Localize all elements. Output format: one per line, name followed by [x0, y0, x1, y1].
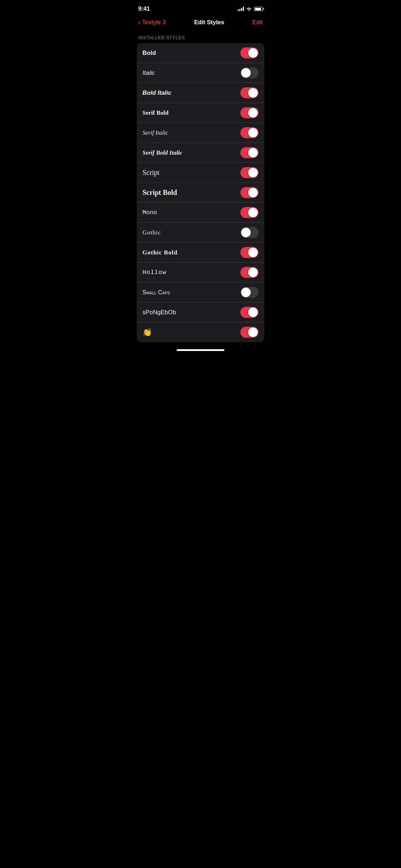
list-item: Serif Bold [137, 103, 264, 123]
status-bar: 9:41 [131, 0, 270, 16]
toggle-knob-hollow [248, 268, 258, 277]
list-item: Serif Italic [137, 123, 264, 143]
style-label-italic: Italic [142, 69, 155, 77]
style-label-spongee: sPoNgEbOb [142, 309, 176, 316]
style-label-script: Script [142, 169, 160, 177]
toggle-knob-bold-italic [248, 88, 258, 98]
signal-icon [238, 7, 244, 11]
edit-button[interactable]: Edit [252, 19, 263, 26]
toggle-gothic[interactable] [240, 227, 259, 238]
toggle-knob-serif-italic [248, 128, 258, 138]
toggle-emoji[interactable] [240, 327, 259, 338]
list-item: Small Caps [137, 283, 264, 303]
toggle-knob-gothic [241, 228, 251, 237]
style-label-bold: Bold [142, 50, 156, 57]
toggle-bold[interactable] [240, 47, 259, 58]
style-label-serif-italic: Serif Italic [142, 129, 168, 136]
nav-bar: ‹ Textyle 3 Edit Styles Edit [131, 16, 270, 32]
toggle-knob-gothic-bold [248, 248, 258, 257]
toggle-knob-emoji [248, 327, 258, 337]
list-item: Script Bold [137, 183, 264, 203]
toggle-knob-small-caps [241, 288, 251, 297]
list-item: sPoNgEbOb [137, 303, 264, 322]
toggle-knob-script [248, 168, 258, 177]
toggle-knob-bold [248, 48, 258, 58]
status-time: 9:41 [138, 5, 150, 12]
toggle-italic[interactable] [240, 67, 259, 78]
style-label-small-caps: Small Caps [142, 289, 170, 296]
list-item: Mono [137, 203, 264, 223]
back-label: Textyle 3 [142, 19, 166, 26]
list-item: Script [137, 163, 264, 183]
style-label-gothic-bold: Gothic Bold [142, 249, 177, 256]
toggle-serif-italic[interactable] [240, 127, 259, 138]
style-label-serif-bold: Serif Bold [142, 109, 168, 117]
toggle-knob-mono [248, 208, 258, 217]
toggle-mono[interactable] [240, 207, 259, 218]
section-header: INSTALLED STYLES [131, 32, 270, 43]
list-item: Bold Italic [137, 83, 264, 103]
style-label-serif-bold-italic: Serif Bold Italic [142, 149, 182, 156]
toggle-knob-serif-bold [248, 108, 258, 118]
toggle-script-bold[interactable] [240, 187, 259, 198]
toggle-hollow[interactable] [240, 267, 259, 278]
list-item: Hollow [137, 263, 264, 283]
style-label-gothic: Gothic [142, 229, 161, 236]
style-label-bold-italic: Bold Italic [142, 89, 171, 97]
toggle-knob-italic [241, 68, 251, 78]
toggle-small-caps[interactable] [240, 287, 259, 298]
list-item: Gothic Bold [137, 243, 264, 263]
home-bar [177, 349, 224, 351]
list-item: Italic [137, 63, 264, 83]
toggle-bold-italic[interactable] [240, 87, 259, 98]
toggle-serif-bold[interactable] [240, 107, 259, 118]
battery-icon [254, 7, 263, 11]
back-button[interactable]: ‹ Textyle 3 [138, 19, 166, 26]
toggle-knob-serif-bold-italic [248, 148, 258, 157]
style-label-script-bold: Script Bold [142, 188, 177, 197]
home-indicator [131, 342, 270, 354]
toggle-knob-script-bold [248, 188, 258, 197]
toggle-serif-bold-italic[interactable] [240, 147, 259, 158]
status-icons [238, 7, 263, 11]
page-title: Edit Styles [194, 19, 224, 26]
toggle-knob-spongee [248, 308, 258, 317]
list-item: Bold [137, 43, 264, 63]
toggle-gothic-bold[interactable] [240, 247, 259, 258]
styles-list: BoldItalicBold ItalicSerif BoldSerif Ita… [137, 43, 264, 342]
style-label-hollow: Hollow [142, 269, 166, 276]
toggle-spongee[interactable] [240, 307, 259, 318]
toggle-script[interactable] [240, 167, 259, 178]
list-item: Gothic [137, 223, 264, 243]
chevron-left-icon: ‹ [138, 18, 141, 26]
style-label-mono: Mono [142, 209, 157, 216]
style-label-emoji: 👏 [142, 328, 152, 337]
wifi-icon [246, 7, 252, 11]
list-item: 👏 [137, 322, 264, 342]
list-item: Serif Bold Italic [137, 143, 264, 163]
